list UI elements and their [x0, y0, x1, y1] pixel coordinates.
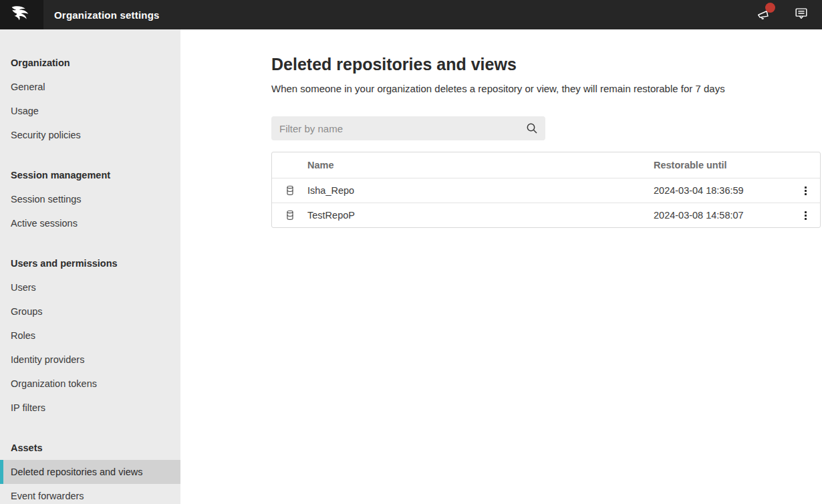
- section-header-users-permissions: Users and permissions: [0, 251, 180, 275]
- page-description: When someone in your organization delete…: [271, 83, 821, 94]
- chat-bubble-icon: [794, 6, 809, 23]
- announcements-button[interactable]: [755, 6, 773, 23]
- repo-name: TestRepoP: [307, 210, 654, 221]
- notification-badge: [765, 3, 775, 13]
- main-content: Deleted repositories and views When some…: [180, 29, 822, 504]
- sidebar-item-organization-tokens[interactable]: Organization tokens: [0, 372, 180, 396]
- column-header-name: Name: [307, 160, 654, 170]
- topbar: Organization settings: [0, 0, 822, 29]
- sidebar-item-security-policies[interactable]: Security policies: [0, 123, 180, 147]
- sidebar-item-groups[interactable]: Groups: [0, 299, 180, 324]
- sidebar-item-event-forwarders[interactable]: Event forwarders: [0, 484, 180, 504]
- sidebar-item-identity-providers[interactable]: Identity providers: [0, 348, 180, 372]
- repository-icon: [272, 210, 307, 221]
- table-row: Isha_Repo 2024-03-04 18:36:59: [272, 178, 820, 203]
- falcon-icon: [11, 4, 33, 25]
- search-icon: [526, 122, 538, 137]
- repository-icon: [272, 185, 307, 196]
- feedback-button[interactable]: [793, 6, 810, 23]
- sidebar-item-active-sessions[interactable]: Active sessions: [0, 211, 180, 235]
- page-title: Deleted repositories and views: [271, 55, 821, 74]
- deleted-repos-table: Name Restorable until Isha_Repo 2024-03-…: [271, 152, 821, 228]
- settings-sidebar: Organization General Usage Security poli…: [0, 29, 180, 504]
- section-header-organization: Organization: [0, 51, 180, 75]
- section-header-session-management: Session management: [0, 163, 180, 187]
- sidebar-item-session-settings[interactable]: Session settings: [0, 187, 180, 211]
- filter-by-name-input[interactable]: [271, 116, 545, 140]
- section-header-assets: Assets: [0, 436, 180, 460]
- app-title: Organization settings: [54, 9, 160, 21]
- repo-name: Isha_Repo: [307, 185, 654, 196]
- sidebar-section-assets: Assets Deleted repositories and views Ev…: [0, 436, 180, 504]
- sidebar-item-users[interactable]: Users: [0, 275, 180, 299]
- filter-field: [271, 116, 545, 140]
- crowdstrike-logo[interactable]: [0, 0, 43, 29]
- restorable-until-value: 2024-03-08 14:58:07: [654, 210, 791, 221]
- sidebar-item-deleted-repositories[interactable]: Deleted repositories and views: [0, 460, 180, 484]
- topbar-actions: [755, 6, 822, 23]
- sidebar-section-session-management: Session management Session settings Acti…: [0, 163, 180, 235]
- column-header-restorable-until: Restorable until: [654, 160, 791, 170]
- table-header-row: Name Restorable until: [272, 152, 820, 178]
- row-actions-menu-button[interactable]: [801, 183, 811, 199]
- sidebar-section-organization: Organization General Usage Security poli…: [0, 51, 180, 147]
- sidebar-item-ip-filters[interactable]: IP filters: [0, 396, 180, 420]
- sidebar-section-users-permissions: Users and permissions Users Groups Roles…: [0, 251, 180, 420]
- restorable-until-value: 2024-03-04 18:36:59: [654, 185, 791, 196]
- sidebar-item-general[interactable]: General: [0, 75, 180, 99]
- sidebar-item-roles[interactable]: Roles: [0, 324, 180, 348]
- table-row: TestRepoP 2024-03-08 14:58:07: [272, 203, 820, 227]
- row-actions-menu-button[interactable]: [801, 208, 811, 223]
- sidebar-item-usage[interactable]: Usage: [0, 99, 180, 123]
